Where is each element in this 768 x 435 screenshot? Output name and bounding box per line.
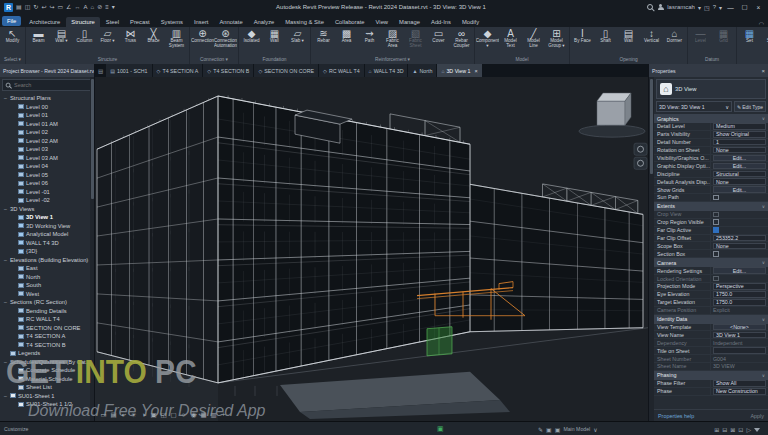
filter-icon[interactable] [754, 428, 760, 432]
help-icon[interactable]: ? [713, 4, 716, 10]
property-value[interactable]: Explicit [710, 307, 768, 314]
ribbon-button-floor[interactable]: ▱Floor ▾ [96, 28, 119, 44]
displaced-elements-icon[interactable]: + [219, 410, 228, 419]
app-store-icon[interactable]: ◳ [704, 4, 710, 11]
ribbon-tab-steel[interactable]: Steel [101, 17, 124, 27]
edit-type-button[interactable]: ✎ Edit Type [734, 101, 766, 112]
section-collapse-icon[interactable]: ∨ [762, 373, 765, 378]
search-icon[interactable] [647, 4, 654, 11]
tree-expander-icon[interactable]: − [3, 257, 8, 263]
signed-in-user[interactable]: lasramcah [667, 4, 695, 10]
tree-item-level-02[interactable]: Level -02 [0, 196, 94, 205]
property-value[interactable] [710, 211, 768, 218]
visual-style-icon[interactable]: ◐ [119, 410, 128, 419]
ribbon-button-wall[interactable]: ▤Wall [617, 28, 640, 44]
tree-item-level-01[interactable]: Level -01 [0, 188, 94, 197]
view-tab-wall-t4-3d[interactable]: ⌂WALL T4 3D [365, 64, 408, 77]
ribbon-button-component[interactable]: ◆Component ▾ [476, 28, 499, 49]
tree-item-sheet-list[interactable]: Sheet List [0, 383, 94, 392]
property-edit-button[interactable]: Edit... [713, 155, 766, 162]
tree-item-3d[interactable]: {3D} [0, 247, 94, 256]
property-value-field[interactable]: Perspective [713, 283, 766, 290]
sync-icon[interactable]: ↻ [33, 4, 38, 10]
revit-logo-icon[interactable]: R [4, 3, 13, 12]
ribbon-button-shaft[interactable]: ▯Shaft [594, 28, 617, 44]
building-3d-wireframe[interactable] [95, 77, 648, 421]
default-3d-view-icon[interactable]: ⌂ [91, 4, 95, 10]
ribbon-tab-architecture[interactable]: Architecture [24, 17, 65, 27]
property-value[interactable]: None [710, 242, 768, 249]
property-edit-button[interactable]: <None> [713, 324, 766, 331]
tree-item-su01-sheet-1-1-2[interactable]: SU01-Sheet 1 1/2 [0, 400, 94, 409]
ribbon-button-show[interactable]: ⊞Show [761, 28, 768, 44]
ribbon-button-by-face[interactable]: IBy Face [571, 28, 594, 44]
property-edit-button[interactable]: Edit... [713, 186, 766, 193]
tree-item-level-02-am[interactable]: Level 02 AM [0, 137, 94, 146]
view-tab-t4-section-a[interactable]: ◇T4 SECTION A [153, 64, 203, 77]
ribbon-button-vertical[interactable]: ↕Vertical [640, 28, 663, 44]
property-value[interactable] [710, 250, 768, 257]
ribbon-button-beam-system[interactable]: ▥Beam System [165, 28, 188, 49]
tree-expander-icon[interactable]: − [3, 206, 8, 212]
tree-item-level-06[interactable]: Level 06 [0, 179, 94, 188]
ribbon-tab-add-ins[interactable]: Add-Ins [426, 17, 456, 27]
worksets-icon[interactable]: ▣ [437, 425, 444, 433]
properties-close-icon[interactable]: × [761, 68, 765, 74]
property-value[interactable]: None [710, 178, 768, 185]
tree-item-level-04[interactable]: Level 04 [0, 162, 94, 171]
property-value-field[interactable]: Structural [713, 171, 766, 178]
tree-expander-icon[interactable]: − [3, 299, 8, 305]
tree-item-3d-working-view[interactable]: 3D Working View [0, 222, 94, 231]
tree-item-west[interactable]: West [0, 290, 94, 299]
section-icon[interactable]: ⊘ [97, 4, 102, 10]
properties-header[interactable]: Properties × [649, 64, 768, 77]
property-checkbox[interactable] [713, 195, 719, 201]
project-browser-scrollbar[interactable] [90, 77, 94, 421]
view-tab-3d-view-1[interactable]: ⌂3D View 1× [437, 64, 481, 77]
properties-section-camera[interactable]: Camera∨ [654, 258, 768, 267]
ribbon-button-set[interactable]: ▦Set [738, 28, 761, 44]
section-collapse-icon[interactable]: ∨ [762, 260, 765, 265]
properties-scrollbar[interactable] [649, 77, 654, 421]
property-value-field[interactable]: 3D View 1 [713, 332, 766, 339]
tree-item-legends[interactable]: Legends [0, 349, 94, 358]
ribbon-button-brace[interactable]: ╳Brace [142, 28, 165, 44]
ribbon-button-wall[interactable]: ▦Wall [263, 28, 286, 44]
unlocked-view-icon[interactable]: ○ [179, 410, 188, 419]
tree-item-t4-section-b[interactable]: T4 SECTION B [0, 341, 94, 350]
section-collapse-icon[interactable]: ∨ [762, 317, 765, 322]
thin-lines-icon[interactable]: ≡ [105, 4, 109, 10]
tree-item-material-schedule[interactable]: Material Schedule [0, 375, 94, 384]
exclude-pinned-icon[interactable]: ⊡ [738, 426, 743, 433]
property-value[interactable]: Edit... [710, 186, 768, 193]
view-tab-t4-section-b[interactable]: ◇T4 SECTION B [203, 64, 253, 77]
reveal-hidden-elements-icon[interactable]: ▦ [199, 410, 208, 419]
property-value[interactable]: Edit... [710, 162, 768, 169]
tree-item-level-01[interactable]: Level 01 [0, 111, 94, 120]
property-value[interactable]: Perspective [710, 283, 768, 290]
ribbon-tab-analyze[interactable]: Analyze [249, 17, 280, 27]
user-menu-caret-icon[interactable]: ▾ [698, 4, 701, 11]
property-value-field[interactable]: 253352.2 [713, 235, 766, 242]
design-option-label[interactable]: Main Model [563, 426, 590, 432]
property-value[interactable]: 3D VIEW [710, 363, 768, 370]
view-tab-rc-wall-t4[interactable]: ◇RC WALL T4 [319, 64, 364, 77]
press-drag-icon[interactable]: ⊟ [722, 426, 727, 433]
ribbon-button-isolated[interactable]: ◆Isolated [240, 28, 263, 44]
ribbon-tab-systems[interactable]: Systems [156, 17, 188, 27]
ribbon-button-area[interactable]: ▩Area [335, 28, 358, 44]
tree-item-level-00[interactable]: Level 00 [0, 103, 94, 112]
measure-icon[interactable]: ∠ [66, 4, 71, 10]
properties-section-graphics[interactable]: Graphics∨ [654, 114, 768, 123]
ribbon-tab-file[interactable]: File [2, 16, 21, 26]
property-value[interactable]: Show Original [710, 131, 768, 138]
ribbon-button-wall[interactable]: ▤Wall ▾ [50, 28, 73, 44]
shadows-icon[interactable]: ◑ [139, 410, 148, 419]
properties-section-extents[interactable]: Extents∨ [654, 202, 768, 211]
tree-expander-icon[interactable]: − [3, 95, 8, 101]
property-value[interactable]: 1750.0 [710, 291, 768, 298]
ribbon-display-toggle-icon[interactable]: ◠ [759, 20, 764, 27]
tree-expander-icon[interactable]: − [3, 393, 8, 399]
property-value[interactable]: 1750.0 [710, 299, 768, 306]
ribbon-tab-manage[interactable]: Manage [394, 17, 425, 27]
